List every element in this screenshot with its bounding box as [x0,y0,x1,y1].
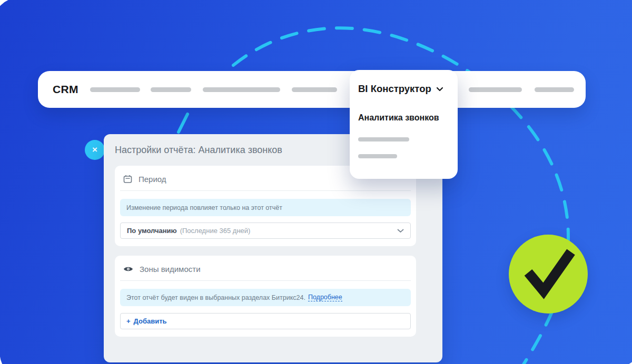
period-select-hint: (Последние 365 дней) [180,227,251,235]
visibility-info-bar: Этот отчёт будет виден в выбранных разде… [120,289,411,306]
eye-icon [123,266,133,272]
dropdown-placeholder-pill [358,154,397,158]
crm-menu-bar: CRM [38,71,586,108]
visibility-card: Зоны видимости Этот отчёт будет виден в … [115,256,416,337]
close-icon: × [92,145,97,155]
plus-icon: + [126,317,131,325]
period-select[interactable]: По умолчанию (Последние 365 дней) [120,223,411,239]
details-link[interactable]: Подробнее [308,294,342,301]
menu-placeholder-pill [535,87,574,92]
add-visibility-button[interactable]: + Добавить [120,313,411,329]
chevron-down-icon [436,87,443,92]
visibility-heading: Зоны видимости [140,265,201,274]
close-panel-button[interactable]: × [85,140,105,160]
menu-placeholder-pill [151,87,191,92]
divider [120,280,411,281]
success-check-badge [509,235,588,314]
dropdown-item-call-analytics[interactable]: Аналитика звонков [358,113,449,123]
menu-placeholder-pill [292,87,337,92]
menu-item-crm[interactable]: CRM [53,83,78,96]
menu-placeholder-pill [203,87,280,92]
chevron-down-icon [397,229,404,233]
banner: CRM × Настройки отчёта: Аналитика звонко… [0,0,632,364]
bi-constructor-dropdown: BI Конструктор Аналитика звонков [350,70,458,179]
dropdown-placeholder-pill [358,137,409,141]
visibility-info-text: Этот отчёт будет виден в выбранных разде… [126,294,305,301]
menu-placeholder-pill [469,87,522,92]
calendar-icon [123,175,132,184]
period-info-bar: Изменение периода повлияет только на это… [120,199,411,216]
add-button-label: Добавить [134,317,167,325]
bi-constructor-label: BI Конструктор [358,83,431,95]
menu-item-bi-constructor[interactable]: BI Конструктор [358,70,449,108]
period-select-value: По умолчанию [127,227,177,235]
period-heading: Период [139,175,166,184]
divider [120,190,411,191]
menu-placeholder-pill [90,87,140,92]
period-info-text: Изменение периода повлияет только на это… [126,204,282,211]
check-icon [509,235,588,314]
